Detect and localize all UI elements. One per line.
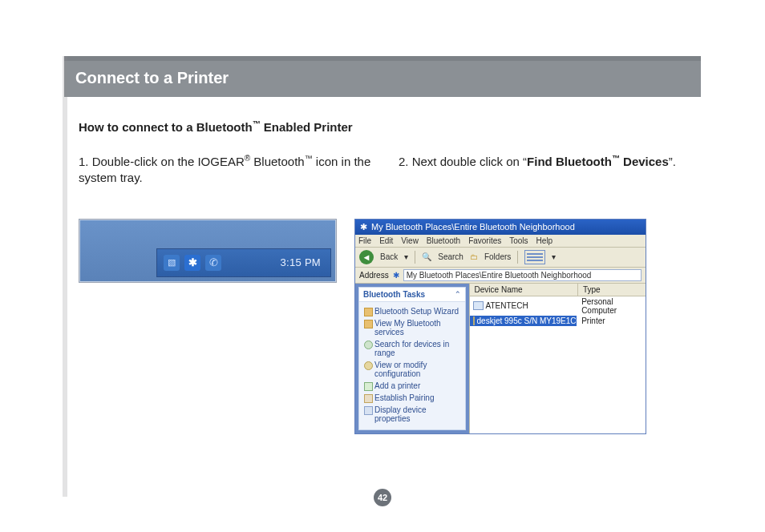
bluetooth-icon: ✱ [360, 222, 367, 232]
page-left-rule [63, 56, 67, 497]
back-button-icon[interactable]: ◄ [359, 250, 374, 264]
step2-prefix: 2. Next double click on “ [399, 155, 527, 168]
tm-symbol: ™ [253, 119, 261, 128]
views-button-icon[interactable] [524, 250, 545, 264]
step2-bold-a: Find Bluetooth [527, 155, 612, 168]
taskbar-clock: 3:15 PM [280, 256, 324, 268]
tray-phone-icon[interactable]: ✆ [205, 255, 221, 271]
taskbar-strip: ▧ ✱ ✆ 3:15 PM [156, 248, 331, 277]
menu-edit[interactable]: Edit [379, 236, 393, 245]
window-body: Bluetooth Tasks ⌃ Bluetooth Setup Wizard… [355, 284, 646, 433]
toolbar-separator [517, 251, 518, 264]
task-search-devices[interactable]: Search for devices in range [363, 338, 461, 359]
figures-row: ▧ ✱ ✆ 3:15 PM ✱ My Bluetooth Places\Enti… [79, 219, 701, 434]
col-type[interactable]: Type [578, 284, 646, 296]
device-list-pane: Device Name Type ATENTECH Personal Compu… [469, 284, 646, 433]
icon-glyph: ▧ [168, 257, 176, 268]
menu-view[interactable]: View [401, 236, 419, 245]
menu-favorites[interactable]: Favorites [468, 236, 501, 245]
search-button[interactable]: Search [438, 252, 463, 261]
window-titlebar[interactable]: ✱ My Bluetooth Places\Entire Bluetooth N… [355, 220, 646, 235]
menu-bluetooth[interactable]: Bluetooth [427, 236, 460, 245]
section-title: Connect to a Printer [75, 69, 229, 87]
tasks-sidebar: Bluetooth Tasks ⌃ Bluetooth Setup Wizard… [355, 284, 469, 433]
device-type: Printer [577, 316, 646, 326]
device-row-selected[interactable]: deskjet 995c S/N MY19E1C0XX3L Printer [470, 316, 646, 326]
menu-tools[interactable]: Tools [509, 236, 528, 245]
folders-icon: 🗀 [470, 252, 478, 261]
device-rows: ATENTECH Personal Computer deskjet 995c … [470, 296, 646, 326]
menu-help[interactable]: Help [536, 236, 553, 245]
step1-mid: Bluetooth [250, 155, 305, 168]
tray-generic-icon[interactable]: ▧ [164, 255, 180, 271]
section-header: Connect to a Printer [64, 56, 701, 97]
chevron-down-icon[interactable]: ▾ [404, 252, 408, 261]
menubar: File Edit View Bluetooth Favorites Tools… [355, 235, 646, 248]
task-add-printer[interactable]: Add a printer [363, 380, 461, 392]
address-bar: Address ✱ [355, 268, 646, 284]
task-establish-pairing[interactable]: Establish Pairing [363, 392, 461, 404]
tasks-panel-header[interactable]: Bluetooth Tasks ⌃ [359, 288, 465, 302]
task-modify-config[interactable]: View or modify configuration [363, 359, 461, 380]
collapse-icon: ⌃ [455, 290, 461, 298]
task-setup-wizard[interactable]: Bluetooth Setup Wizard [363, 305, 461, 317]
subhead-text-a: How to connect to a Bluetooth [79, 120, 253, 134]
tm-symbol: ™ [305, 154, 313, 163]
device-name: deskjet 995c S/N MY19E1C0XX3L [477, 316, 577, 325]
page-number: 42 [374, 489, 391, 506]
search-icon: 🔍 [422, 252, 431, 261]
printer-icon [473, 316, 475, 325]
tasks-heading: Bluetooth Tasks [363, 290, 425, 299]
folders-button[interactable]: Folders [484, 252, 511, 261]
views-chevron-icon[interactable]: ▾ [552, 252, 556, 261]
toolbar: ◄ Back ▾ 🔍 Search 🗀 Folders ▾ [355, 248, 646, 268]
step2-bold-b: Devices [620, 155, 669, 168]
task-view-services[interactable]: View My Bluetooth services [363, 317, 461, 338]
figure-explorer-window: ✱ My Bluetooth Places\Entire Bluetooth N… [354, 219, 646, 434]
back-button[interactable]: Back [380, 252, 398, 261]
step1-prefix: 1. Double-click on the IOGEAR [79, 155, 245, 168]
subheading: How to connect to a Bluetooth™ Enabled P… [79, 119, 701, 134]
figure-system-tray: ▧ ✱ ✆ 3:15 PM [79, 219, 337, 283]
list-header: Device Name Type [470, 284, 646, 296]
step-1: 1. Double-click on the IOGEAR® Bluetooth… [79, 153, 381, 187]
device-type: Personal Computer [577, 296, 646, 316]
tm-symbol: ™ [612, 154, 620, 163]
task-device-properties[interactable]: Display device properties [363, 404, 461, 425]
subhead-text-b: Enabled Printer [261, 120, 353, 134]
address-label: Address [359, 271, 389, 280]
phone-icon: ✆ [209, 256, 218, 268]
instruction-columns: 1. Double-click on the IOGEAR® Bluetooth… [79, 153, 701, 187]
computer-icon [473, 301, 484, 310]
bluetooth-icon: ✱ [188, 256, 197, 268]
tasks-list: Bluetooth Setup Wizard View My Bluetooth… [359, 302, 465, 429]
address-input[interactable] [403, 269, 642, 281]
device-name: ATENTECH [486, 301, 528, 310]
tray-bluetooth-icon[interactable]: ✱ [184, 255, 200, 271]
bluetooth-icon: ✱ [393, 271, 399, 280]
page: Connect to a Printer How to connect to a… [0, 0, 765, 434]
step-2: 2. Next double click on “Find Bluetooth™… [399, 153, 701, 187]
col-device-name[interactable]: Device Name [470, 284, 578, 296]
toolbar-separator [415, 251, 415, 264]
window-title: My Bluetooth Places\Entire Bluetooth Nei… [371, 222, 575, 232]
menu-file[interactable]: File [358, 236, 371, 245]
step2-suffix: ”. [669, 155, 676, 168]
bluetooth-tasks-panel: Bluetooth Tasks ⌃ Bluetooth Setup Wizard… [358, 287, 466, 430]
device-row[interactable]: ATENTECH Personal Computer [470, 296, 646, 316]
